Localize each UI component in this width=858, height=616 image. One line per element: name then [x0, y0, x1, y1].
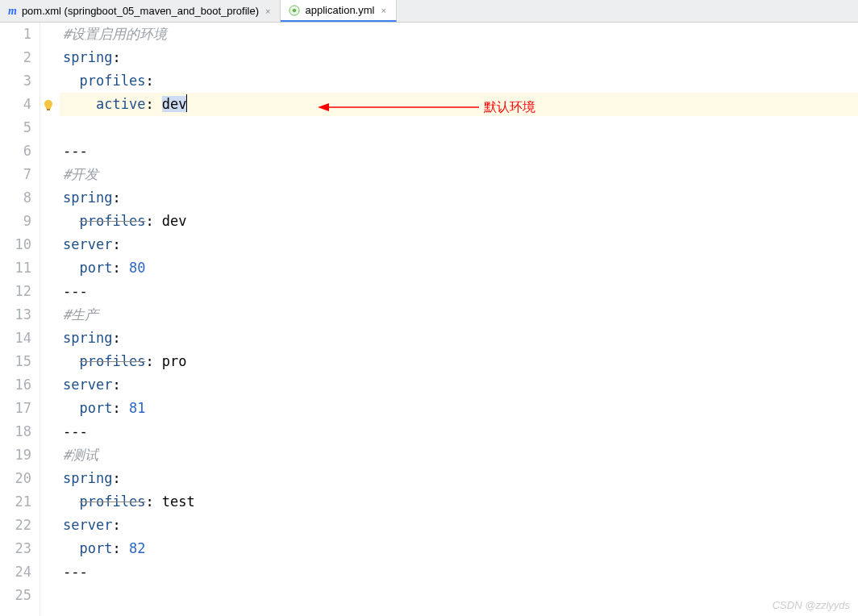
code-token: : test	[145, 493, 194, 510]
annotation-arrow: 默认环境	[318, 95, 535, 119]
code-token	[63, 260, 79, 276]
line-number: 17	[0, 397, 31, 420]
code-line[interactable]	[60, 116, 858, 139]
code-token: #测试	[63, 447, 98, 463]
code-token: profiles	[79, 353, 145, 369]
line-number: 25	[0, 584, 31, 607]
code-line[interactable]: #生产	[60, 303, 858, 327]
intention-bulb-icon[interactable]	[42, 96, 55, 119]
line-number: 24	[0, 560, 31, 584]
code-line[interactable]: profiles: pro	[60, 350, 858, 373]
line-number: 13	[0, 303, 31, 327]
code-token	[63, 400, 79, 416]
line-number: 20	[0, 467, 31, 490]
code-token: 82	[129, 540, 145, 556]
code-token: :	[112, 377, 120, 393]
code-token: :	[112, 260, 128, 276]
tab-pom-xml[interactable]: m pom.xml (springboot_05_maven_and_boot_…	[0, 0, 281, 22]
code-token: port	[79, 260, 112, 276]
svg-marker-3	[318, 103, 329, 111]
code-line[interactable]: spring:	[60, 46, 858, 69]
code-line[interactable]: port: 80	[60, 256, 858, 280]
code-token: ---	[63, 423, 88, 439]
code-token: 81	[129, 400, 145, 416]
line-number: 16	[0, 373, 31, 397]
line-number: 4	[0, 93, 31, 116]
line-number: 10	[0, 233, 31, 256]
code-token: server	[63, 517, 112, 533]
line-number: 18	[0, 420, 31, 443]
code-token: active	[96, 96, 145, 112]
code-token: #生产	[63, 306, 98, 323]
code-token: : dev	[145, 213, 186, 229]
spring-config-icon	[289, 5, 300, 16]
code-line[interactable]: active: dev默认环境	[60, 93, 858, 116]
code-token: spring	[63, 330, 112, 346]
code-token	[63, 73, 79, 89]
close-icon[interactable]: ×	[264, 6, 272, 16]
code-token: server	[63, 377, 112, 393]
code-token: ---	[63, 283, 88, 299]
line-number-gutter: 1234567891011121314151617181920212223242…	[0, 23, 40, 616]
code-token: ---	[63, 564, 88, 580]
code-token: :	[112, 189, 120, 206]
watermark-text: CSDN @zzlyyds	[773, 599, 850, 611]
code-token	[63, 213, 79, 229]
code-line[interactable]: ---	[60, 560, 858, 584]
tab-label: pom.xml (springboot_05_maven_and_boot_pr…	[22, 5, 259, 17]
svg-rect-1	[47, 109, 50, 110]
line-number: 11	[0, 256, 31, 280]
line-number: 15	[0, 350, 31, 373]
code-line[interactable]: ---	[60, 280, 858, 303]
line-number: 14	[0, 327, 31, 350]
code-token	[63, 540, 79, 556]
line-number: 19	[0, 443, 31, 467]
code-token	[63, 493, 79, 510]
code-line[interactable]: profiles:	[60, 69, 858, 93]
code-line[interactable]	[60, 584, 858, 607]
line-number: 8	[0, 186, 31, 210]
code-line[interactable]: server:	[60, 373, 858, 397]
code-token	[63, 96, 96, 112]
code-token: port	[79, 540, 112, 556]
code-token: 80	[129, 260, 145, 276]
code-line[interactable]: port: 82	[60, 537, 858, 560]
code-token: :	[112, 470, 120, 486]
code-line[interactable]: profiles: test	[60, 490, 858, 514]
tab-application-yml[interactable]: application.yml ×	[281, 0, 396, 22]
code-line[interactable]: ---	[60, 420, 858, 443]
text-caret	[186, 94, 187, 112]
line-number: 3	[0, 69, 31, 93]
code-token: #开发	[63, 166, 98, 182]
code-area[interactable]: #设置启用的环境spring: profiles: active: dev默认环…	[60, 23, 858, 616]
code-line[interactable]: server:	[60, 514, 858, 537]
close-icon[interactable]: ×	[379, 6, 387, 15]
line-number: 23	[0, 537, 31, 560]
code-token: :	[112, 49, 120, 65]
code-token: :	[112, 236, 120, 252]
code-token: server	[63, 236, 112, 252]
line-number: 9	[0, 210, 31, 233]
line-number: 1	[0, 23, 31, 46]
code-line[interactable]: #开发	[60, 163, 858, 186]
line-number: 22	[0, 514, 31, 537]
code-line[interactable]: profiles: dev	[60, 210, 858, 233]
code-line[interactable]: spring:	[60, 467, 858, 490]
code-line[interactable]: ---	[60, 139, 858, 163]
code-token: :	[112, 517, 120, 533]
code-line[interactable]: #测试	[60, 443, 858, 467]
code-line[interactable]: spring:	[60, 186, 858, 210]
code-token: :	[112, 400, 128, 416]
code-line[interactable]: server:	[60, 233, 858, 256]
code-line[interactable]: spring:	[60, 327, 858, 350]
code-token: spring	[63, 189, 112, 206]
code-token: profiles	[79, 73, 145, 89]
code-line[interactable]: port: 81	[60, 397, 858, 420]
code-line[interactable]: #设置启用的环境	[60, 23, 858, 46]
code-editor[interactable]: 1234567891011121314151617181920212223242…	[0, 23, 858, 616]
maven-icon: m	[8, 5, 17, 18]
code-token: dev	[162, 96, 187, 112]
editor-tabs: m pom.xml (springboot_05_maven_and_boot_…	[0, 0, 858, 23]
code-token: : pro	[145, 353, 186, 369]
code-token: profiles	[79, 493, 145, 510]
